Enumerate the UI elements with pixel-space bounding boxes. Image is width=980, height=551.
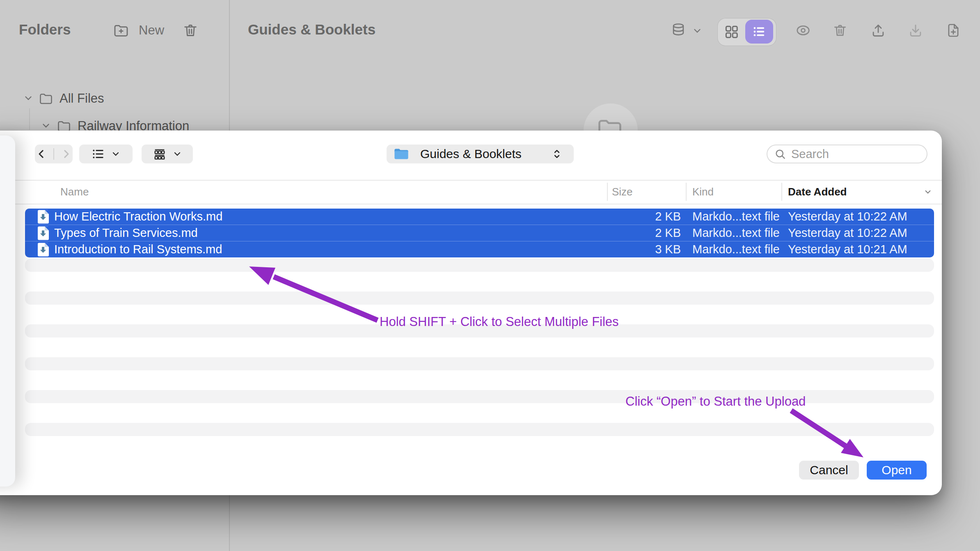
- location-label: Guides & Booklets: [420, 147, 522, 161]
- file-list-selection: How Electric Traction Works.md 2 KB Mark…: [25, 209, 934, 257]
- file-name: How Electric Traction Works.md: [54, 210, 222, 223]
- empty-row: [25, 357, 934, 370]
- forward-icon[interactable]: [60, 148, 72, 160]
- file-kind: Markdo...text file: [692, 210, 780, 223]
- divider: [686, 183, 687, 201]
- divider: [53, 148, 54, 160]
- background-sheet-edge: [0, 135, 15, 487]
- sidebar-title: Folders: [19, 21, 71, 38]
- list-view-dropdown[interactable]: [79, 145, 133, 163]
- chevron-down-icon: [172, 149, 182, 159]
- divider: [607, 183, 608, 201]
- multi-select-annotation: Hold SHIFT + Click to Select Multiple Fi…: [380, 315, 619, 329]
- divider: [0, 180, 942, 181]
- new-folder-icon[interactable]: [113, 22, 129, 39]
- file-row[interactable]: How Electric Traction Works.md 2 KB Mark…: [25, 209, 934, 225]
- file-plus-icon[interactable]: [946, 23, 961, 38]
- location-dropdown[interactable]: Guides & Booklets: [387, 145, 574, 163]
- trash-icon[interactable]: [832, 23, 848, 38]
- file-kind: Markdo...text file: [692, 226, 780, 240]
- file-row[interactable]: Types of Train Services.md 2 KB Markdo..…: [25, 225, 934, 241]
- stepper-icon: [552, 148, 562, 160]
- list-view-icon[interactable]: [751, 24, 767, 39]
- cancel-button[interactable]: Cancel: [799, 461, 859, 480]
- empty-row: [25, 423, 934, 436]
- back-icon[interactable]: [35, 148, 48, 160]
- trash-icon[interactable]: [182, 22, 199, 39]
- tree-guide-line: [29, 108, 30, 130]
- file-date: Yesterday at 10:22 AM: [788, 210, 907, 223]
- search-icon: [774, 148, 786, 160]
- upload-icon[interactable]: [870, 23, 886, 38]
- group-view-icon: [153, 147, 167, 161]
- sidebar-item-all-files[interactable]: All Files: [60, 91, 104, 106]
- file-size: 2 KB: [607, 210, 681, 223]
- chevron-down-icon[interactable]: [23, 93, 34, 103]
- file-picker-dialog: Guides & Booklets Name Size Kind Date Ad…: [0, 131, 942, 495]
- file-kind: Markdo...text file: [692, 243, 780, 256]
- column-header-date-added[interactable]: Date Added: [788, 186, 847, 198]
- open-button[interactable]: Open: [867, 461, 927, 480]
- column-header-kind[interactable]: Kind: [692, 186, 714, 198]
- file-date: Yesterday at 10:22 AM: [788, 226, 907, 240]
- chevron-down-icon[interactable]: [692, 25, 703, 36]
- database-icon[interactable]: [671, 23, 686, 38]
- screen: Folders New Guides & Booklets: [0, 0, 980, 551]
- divider: [0, 204, 942, 204]
- new-button[interactable]: New: [139, 23, 164, 38]
- search-input[interactable]: [790, 147, 907, 161]
- column-header-size[interactable]: Size: [612, 186, 633, 198]
- nav-button-group: [35, 145, 73, 163]
- folder-icon: [39, 91, 53, 106]
- file-row[interactable]: Introduction to Rail Systems.md 3 KB Mar…: [25, 241, 934, 257]
- grid-view-icon[interactable]: [724, 24, 739, 39]
- file-size: 2 KB: [607, 226, 681, 240]
- page-title: Guides & Booklets: [248, 21, 376, 38]
- chevron-down-icon: [111, 149, 121, 159]
- list-view-icon: [91, 147, 105, 161]
- file-name: Types of Train Services.md: [54, 226, 198, 240]
- markdown-file-icon: [38, 226, 49, 240]
- file-date: Yesterday at 10:21 AM: [788, 243, 907, 256]
- eye-icon[interactable]: [795, 23, 811, 38]
- chevron-down-icon[interactable]: [41, 120, 51, 131]
- column-header-name[interactable]: Name: [60, 186, 89, 198]
- file-size: 3 KB: [607, 243, 681, 256]
- download-icon[interactable]: [908, 23, 923, 38]
- markdown-file-icon: [38, 210, 49, 223]
- markdown-file-icon: [38, 243, 49, 256]
- search-field: [767, 145, 927, 163]
- blue-folder-icon: [394, 148, 409, 160]
- open-annotation: Click “Open” to Start the Upload: [625, 394, 806, 409]
- divider: [781, 183, 782, 201]
- empty-row: [25, 259, 934, 272]
- sort-chevron-icon[interactable]: [923, 186, 933, 197]
- file-name: Introduction to Rail Systems.md: [54, 243, 222, 256]
- group-view-dropdown[interactable]: [142, 145, 193, 163]
- empty-row: [25, 292, 934, 305]
